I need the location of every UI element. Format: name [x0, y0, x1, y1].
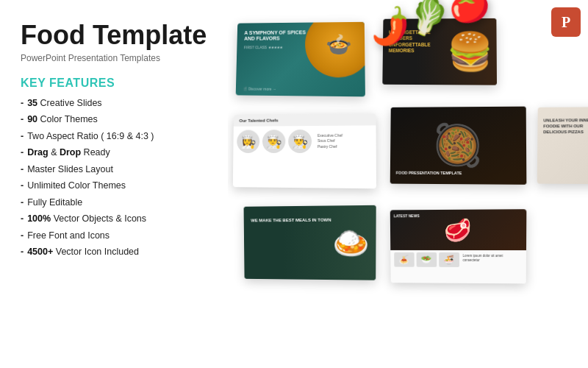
ppt-icon-badge: P	[551, 7, 581, 37]
burger-icon: 🍔	[447, 30, 493, 73]
feature-prefix: 90	[27, 113, 37, 127]
chef-name-1: Executive Chef	[318, 133, 343, 139]
slide-6-content: WE MAKE THE BEST MEALS IN TOWN 🍛	[244, 205, 376, 280]
slide-7-label: LATEST NEWS	[394, 213, 420, 218]
slide-preview-6: WE MAKE THE BEST MEALS IN TOWN 🍛	[244, 205, 376, 280]
slide-5-text: UNLEASH YOUR INNER FOODIE WITH OUR DELIC…	[543, 118, 588, 135]
list-item: Fully Editable	[21, 197, 207, 210]
list-item: 4500+ Vector Icon Included	[21, 246, 207, 259]
slide-1-footer: 🍴 Discover more →	[243, 87, 276, 91]
slide-6-text: WE MAKE THE BEST MEALS IN TOWN	[251, 217, 331, 224]
feature-prefix: 35	[27, 97, 37, 110]
chef-name-2: Sous Chef	[318, 138, 343, 144]
slide-7-bottom: 🍝 🥗 🍜 Lorem ipsum dolor sit amet consect…	[390, 250, 526, 269]
feature-prefix: 4500+	[27, 246, 53, 259]
news-text: Lorem ipsum dolor sit amet consectetur	[462, 252, 523, 267]
feature-prefix: 100%	[27, 213, 51, 226]
slide-preview-7: LATEST NEWS 🥩 🍝 🥗 🍜 Lorem ipsum dolor si…	[390, 209, 527, 283]
list-item: Master Slides Layout	[21, 163, 207, 177]
subtitle: PowerPoint Presentation Templates	[21, 53, 207, 63]
feature-prefix-drop: Drop	[60, 146, 81, 160]
list-item: Two Aspect Ratio ( 16:9 & 4:3 )	[21, 130, 207, 144]
news-thumb-3: 🍜	[439, 252, 459, 267]
slide-preview-5: UNLEASH YOUR INNER FOODIE WITH OUR DELIC…	[537, 107, 588, 185]
ppt-letter: P	[562, 14, 570, 31]
main-container: Food Template PowerPoint Presentation Te…	[0, 0, 588, 368]
curry-icon: 🥘	[432, 121, 483, 169]
feature-list: 35 Creative Slides 90 Color Themes Two A…	[21, 97, 207, 259]
list-item: Free Font and Icons	[21, 230, 207, 243]
main-title: Food Template	[21, 21, 207, 50]
list-item: Drag & Drop Ready	[21, 146, 207, 160]
food-bowl-icon: 🍲	[326, 32, 352, 56]
list-item: 90 Color Themes	[21, 113, 207, 127]
chef-avatar-1: 👩‍🍳	[237, 130, 259, 152]
right-panel: P A SYMPHONY OF SPICES AND FLAVORS FIRST…	[228, 0, 588, 368]
chef-avatar-2: 👨‍🍳	[262, 130, 285, 153]
news-thumb-2: 🥗	[416, 252, 437, 267]
chef-info: Executive Chef Sous Chef Pastry Chef	[318, 133, 343, 150]
chef-name-3: Pastry Chef	[318, 144, 343, 150]
features-heading: KEY FEATURES	[21, 77, 207, 90]
steak-icon: 🥩	[444, 217, 471, 243]
slide-5-content: UNLEASH YOUR INNER FOODIE WITH OUR DELIC…	[537, 107, 588, 185]
chef-avatar-3: 👨‍🍳	[288, 130, 312, 153]
slide-7-content: LATEST NEWS 🥩 🍝 🥗 🍜 Lorem ipsum dolor si…	[390, 209, 527, 283]
feature-prefix: Drag	[27, 146, 48, 160]
slide-1-title: A SYMPHONY OF SPICES AND FLAVORS	[244, 29, 311, 42]
indian-food-icon: 🍛	[332, 225, 370, 261]
list-item: 100% Vector Objects & Icons	[21, 213, 207, 226]
list-item: 35 Creative Slides	[21, 97, 207, 110]
slide-preview-4: 🥘 FOOD PRESENTATION TEMPLATE	[390, 107, 527, 185]
slide-preview-1: A SYMPHONY OF SPICES AND FLAVORS FIRST C…	[236, 22, 365, 97]
news-thumb-1: 🍝	[394, 252, 414, 267]
slide-4-text: FOOD PRESENTATION TEMPLATE	[396, 171, 462, 177]
slide-3-chefs: 👩‍🍳 👨‍🍳 👨‍🍳 Executive Chef Sous Chef Pas…	[233, 125, 376, 157]
slide-3-header: Our Talented Chefs	[234, 113, 376, 127]
slide-4-bg: 🥘 FOOD PRESENTATION TEMPLATE	[390, 107, 527, 185]
left-panel: Food Template PowerPoint Presentation Te…	[0, 0, 228, 368]
slide-preview-3: Our Talented Chefs 👩‍🍳 👨‍🍳 👨‍🍳 Executive…	[233, 113, 376, 188]
list-item: Unlimited Color Themes	[21, 180, 207, 193]
slide-7-top: LATEST NEWS 🥩	[390, 209, 527, 250]
